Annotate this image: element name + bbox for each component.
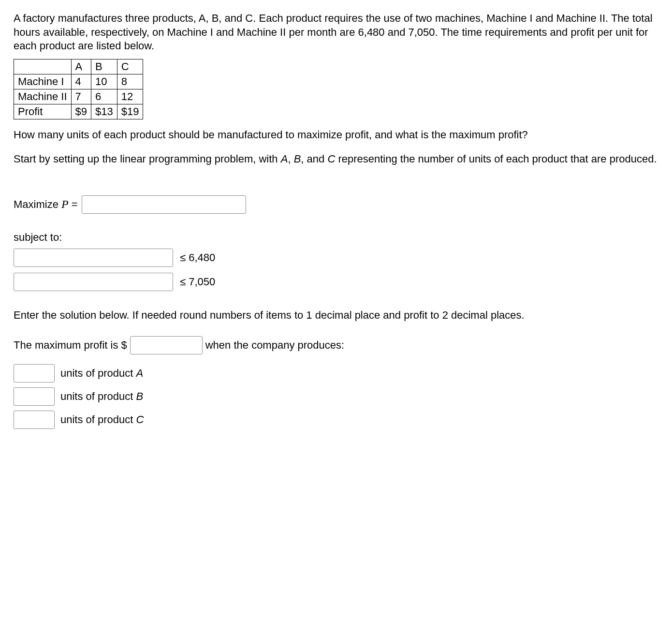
units-A-text: units of product [60, 367, 136, 379]
units-row-B: units of product B [14, 387, 658, 406]
table-cell: 7 [71, 89, 91, 104]
profit-row: The maximum profit is $ when the company… [14, 336, 658, 354]
problem-statement: A factory manufactures three products, A… [14, 12, 658, 53]
table-cell: 10 [91, 74, 117, 89]
maximize-label: Maximize P = [14, 198, 78, 211]
question-text: How many units of each product should be… [14, 128, 658, 142]
table-row: Machine I 4 10 8 [14, 74, 143, 89]
units-A-label: units of product A [60, 367, 143, 380]
table-header-row: A B C [14, 59, 143, 74]
var-B: B [294, 153, 301, 165]
table-cell: Machine I [14, 74, 72, 89]
profit-suffix: when the company produces: [205, 339, 344, 352]
table-row: Machine II 7 6 12 [14, 89, 143, 104]
table-cell: B [91, 59, 117, 74]
units-B-label: units of product B [60, 390, 143, 403]
units-row-A: units of product A [14, 364, 658, 383]
product-C: C [136, 413, 144, 426]
product-B: B [136, 390, 144, 402]
profit-prefix: The maximum profit is $ [14, 339, 127, 352]
table-cell: $9 [71, 104, 91, 119]
solution-instructions: Enter the solution below. If needed roun… [14, 309, 658, 323]
constraint-1-input[interactable] [14, 249, 173, 267]
units-C-text: units of product [60, 413, 136, 426]
product-A: A [136, 367, 144, 379]
table-cell: Profit [14, 104, 72, 119]
table-cell: $19 [117, 104, 143, 119]
constraint-2-rhs: ≤ 7,050 [180, 276, 215, 288]
units-C-label: units of product C [60, 413, 144, 426]
p-variable: P [61, 198, 69, 210]
constraint-row-2: ≤ 7,050 [14, 273, 658, 291]
subject-to-label: subject to: [14, 231, 658, 244]
units-row-C: units of product C [14, 411, 658, 429]
units-B-input[interactable] [14, 387, 55, 406]
max-profit-input[interactable] [130, 336, 203, 354]
table-cell: 4 [71, 74, 91, 89]
units-B-text: units of product [60, 390, 136, 402]
units-C-input[interactable] [14, 411, 55, 429]
table-cell: 12 [117, 89, 143, 104]
constraint-row-1: ≤ 6,480 [14, 249, 658, 267]
constraint-2-input[interactable] [14, 273, 173, 291]
units-A-input[interactable] [14, 364, 55, 383]
table-cell: 6 [91, 89, 117, 104]
table-cell: C [117, 59, 143, 74]
table-cell [14, 59, 72, 74]
constraints-block: ≤ 6,480 ≤ 7,050 [14, 249, 658, 291]
and-text: , and [301, 153, 327, 165]
table-cell: Machine II [14, 89, 72, 104]
instruction-suffix: representing the number of units of each… [335, 153, 657, 165]
table-cell: A [71, 59, 91, 74]
constraint-1-rhs: ≤ 6,480 [180, 251, 215, 264]
comma: , [288, 153, 293, 165]
instruction-prefix: Start by setting up the linear programmi… [14, 153, 281, 165]
data-table: A B C Machine I 4 10 8 Machine II 7 6 12… [14, 59, 143, 119]
table-cell: $13 [91, 104, 117, 119]
var-C: C [327, 153, 335, 165]
table-cell: 8 [117, 74, 143, 89]
var-A: A [281, 153, 288, 165]
objective-function-input[interactable] [82, 195, 246, 214]
instruction-text: Start by setting up the linear programmi… [14, 152, 658, 166]
table-row: Profit $9 $13 $19 [14, 104, 143, 119]
maximize-text: Maximize [14, 198, 61, 210]
equals-sign: = [69, 198, 78, 210]
maximize-row: Maximize P = [14, 195, 658, 214]
